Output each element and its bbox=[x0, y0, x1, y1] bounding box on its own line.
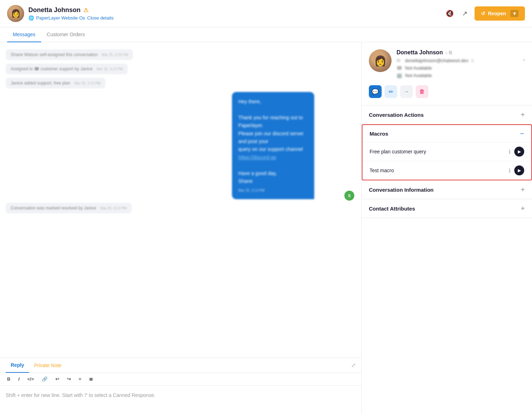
code-button[interactable]: </> bbox=[26, 376, 35, 382]
reopen-icon: ↺ bbox=[481, 11, 485, 16]
company-value: Not Available bbox=[405, 73, 432, 78]
activity-text: Shane Watson self-assigned this conversa… bbox=[11, 52, 98, 57]
inbox-name: PaperLayer Website Os bbox=[36, 15, 85, 21]
macro-item: Free plan customer query ℹ ▶ bbox=[362, 142, 531, 161]
activity-text: Assigned to ☎ customer support by Janice bbox=[11, 66, 93, 71]
macros-section: Macros − Free plan customer query ℹ ▶ Te… bbox=[362, 124, 532, 180]
private-note-tab[interactable]: Private Note bbox=[29, 358, 66, 372]
macro-name-2: Test macro bbox=[370, 168, 394, 173]
expand-icon[interactable]: ⤢ bbox=[351, 362, 356, 369]
contact-name-label: Donetta Johnson bbox=[397, 49, 443, 56]
contact-attributes-header[interactable]: Contact Attributes + bbox=[362, 199, 532, 218]
reopen-button[interactable]: ↺ Reopen ▾ bbox=[475, 6, 525, 21]
macro-info-icon-2[interactable]: ℹ bbox=[509, 167, 511, 174]
main-tabs: Messages Customer Orders bbox=[0, 27, 532, 42]
phone-value: Not Available bbox=[405, 65, 432, 71]
contact-attributes-toggle[interactable]: + bbox=[521, 205, 525, 212]
activity-time: Mar 25, 3:13 PM bbox=[96, 67, 123, 71]
conversation-actions-header[interactable]: Conversation Actions + bbox=[362, 105, 532, 124]
contact-attributes-title: Contact Attributes bbox=[369, 206, 415, 212]
edit-contact-button[interactable]: ✏ bbox=[384, 85, 397, 98]
macro-run-button-1[interactable]: ▶ bbox=[514, 147, 524, 157]
italic-button[interactable]: I bbox=[17, 376, 21, 382]
reply-area: Reply Private Note ⤢ B I </> 🔗 ↩ ↪ ≡ ≣ S… bbox=[0, 358, 361, 414]
macro-actions-1: ℹ ▶ bbox=[509, 147, 524, 157]
right-panel: 👩 Donetta Johnson ○ ⎘ ✉ donettajohnson@c… bbox=[362, 42, 532, 414]
macros-toggle[interactable]: − bbox=[520, 130, 524, 137]
conversation-information-section: Conversation Information + bbox=[362, 180, 532, 199]
contact-details: Donetta Johnson ○ ⎘ ✉ donettajohnson@cha… bbox=[397, 49, 525, 80]
reply-tabs: Reply Private Note ⤢ bbox=[0, 358, 361, 373]
macro-item: Test macro ℹ ▶ bbox=[362, 161, 531, 180]
contact-card: 👩 Donetta Johnson ○ ⎘ ✉ donettajohnson@c… bbox=[362, 42, 532, 105]
resolved-time: Mar 25, 3:13 PM bbox=[100, 206, 127, 210]
header-sub: 🌐 PaperLayer Website Os Close details bbox=[28, 15, 113, 21]
warning-icon: ⚠ bbox=[83, 7, 88, 13]
unordered-list-button[interactable]: ≡ bbox=[77, 376, 83, 382]
agent-avatar: S bbox=[344, 191, 354, 201]
link-button[interactable]: 🔗 bbox=[40, 376, 49, 382]
share-button[interactable]: ↗ bbox=[461, 8, 469, 19]
resolved-text: Conversation was marked resolved by Jani… bbox=[11, 206, 96, 211]
close-details-link[interactable]: Close details bbox=[87, 15, 113, 21]
editor-placeholder: Shift + enter for new line. Start with '… bbox=[6, 392, 155, 398]
macro-info-icon-1[interactable]: ℹ bbox=[509, 148, 511, 155]
macros-title: Macros bbox=[370, 131, 388, 137]
activity-message: Assigned to ☎ customer support by Janice… bbox=[6, 64, 128, 74]
contact-name-text: Donetta Johnson bbox=[28, 6, 81, 14]
header-actions: 🔇 ↗ ↺ Reopen ▾ bbox=[444, 6, 525, 21]
bold-button[interactable]: B bbox=[6, 376, 12, 382]
avatar: 👩 bbox=[7, 5, 24, 22]
contact-actions: 💬 ✏ → 🗑 bbox=[369, 85, 525, 98]
main-content: Shane Watson self-assigned this conversa… bbox=[0, 42, 532, 414]
outgoing-message: Hey there, Thank you for reaching out to… bbox=[232, 92, 314, 199]
phone-icon: ☎ bbox=[397, 65, 402, 71]
mute-button[interactable]: 🔇 bbox=[444, 8, 455, 19]
activity-message: Janice added support, free plan Mar 25, … bbox=[6, 78, 105, 88]
contact-attributes-section: Contact Attributes + bbox=[362, 199, 532, 218]
reopen-chevron-icon[interactable]: ▾ bbox=[510, 10, 519, 17]
conversation-information-title: Conversation Information bbox=[369, 187, 434, 193]
tab-messages[interactable]: Messages bbox=[7, 27, 41, 42]
macro-name-1: Free plan customer query bbox=[370, 149, 426, 154]
ordered-list-button[interactable]: ≣ bbox=[88, 376, 94, 382]
contact-header: 👩 Donetta Johnson ○ ⎘ ✉ donettajohnson@c… bbox=[369, 49, 525, 80]
conversation-actions-toggle[interactable]: + bbox=[521, 111, 525, 118]
activity-time: Mar 25, 6:35 PM bbox=[102, 53, 128, 57]
conversation-information-toggle[interactable]: + bbox=[521, 186, 525, 193]
contact-phone: ☎ Not Available bbox=[397, 65, 525, 71]
copy-email-icon[interactable]: ⎘ bbox=[471, 58, 474, 63]
contact-email: ✉ donettajohnson@chatwoot.dev ⎘ bbox=[397, 58, 525, 63]
email-value: donettajohnson@chatwoot.dev bbox=[405, 58, 469, 63]
conversation-actions-title: Conversation Actions bbox=[369, 112, 423, 118]
contact-name-icons: ○ ⎘ bbox=[445, 50, 452, 55]
messages-list: Shane Watson self-assigned this conversa… bbox=[0, 42, 361, 358]
new-conversation-button[interactable]: 💬 bbox=[369, 85, 382, 98]
messages-panel: Shane Watson self-assigned this conversa… bbox=[0, 42, 362, 414]
editor-input[interactable]: Shift + enter for new line. Start with '… bbox=[0, 386, 361, 414]
company-icon: 🏢 bbox=[397, 73, 402, 78]
globe-icon: 🌐 bbox=[28, 15, 34, 21]
redo-button[interactable]: ↪ bbox=[66, 376, 72, 382]
activity-text: Janice added support, free plan bbox=[11, 81, 70, 86]
contact-name-heading: Donetta Johnson ⚠ bbox=[28, 6, 113, 14]
tab-customer-orders[interactable]: Customer Orders bbox=[41, 27, 90, 42]
macros-header[interactable]: Macros − bbox=[362, 125, 531, 142]
contact-avatar: 👩 bbox=[369, 49, 392, 72]
merge-button[interactable]: → bbox=[400, 85, 413, 98]
undo-button[interactable]: ↩ bbox=[54, 376, 61, 382]
email-icon: ✉ bbox=[397, 58, 402, 63]
reopen-label: Reopen bbox=[488, 11, 506, 16]
delete-button[interactable]: 🗑 bbox=[416, 85, 428, 98]
macro-run-button-2[interactable]: ▶ bbox=[514, 165, 524, 175]
reply-tab[interactable]: Reply bbox=[6, 358, 29, 373]
collapse-panel-icon[interactable]: › bbox=[523, 56, 525, 63]
editor-toolbar: B I </> 🔗 ↩ ↪ ≡ ≣ bbox=[0, 373, 361, 386]
resolved-message: Conversation was marked resolved by Jani… bbox=[6, 203, 132, 213]
contact-name-right: Donetta Johnson ○ ⎘ bbox=[397, 49, 525, 56]
conversation-actions-section: Conversation Actions + bbox=[362, 105, 532, 124]
contact-company: 🏢 Not Available bbox=[397, 73, 525, 78]
header: 👩 Donetta Johnson ⚠ 🌐 PaperLayer Website… bbox=[0, 0, 532, 27]
message-text: Hey there, Thank you for reaching out to… bbox=[238, 98, 308, 185]
conversation-information-header[interactable]: Conversation Information + bbox=[362, 180, 532, 199]
